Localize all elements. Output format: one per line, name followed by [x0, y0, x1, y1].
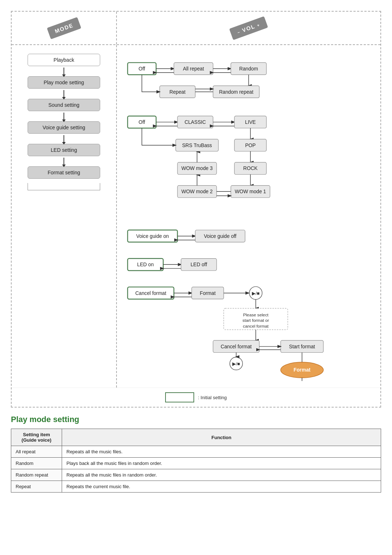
svg-text:WOW mode 2: WOW mode 2 — [181, 189, 213, 194]
table-header-row: Setting item(Guide voice) Function — [11, 429, 381, 446]
arrow-3 — [64, 113, 64, 120]
svg-text:LED on: LED on — [137, 262, 154, 267]
arrow-4 — [64, 135, 64, 142]
section-title: Play mode setting — [11, 415, 381, 424]
table-cell-item: All repeat — [11, 446, 62, 458]
svg-text:Random repeat: Random repeat — [219, 89, 253, 95]
svg-text:Voice guide off: Voice guide off — [204, 234, 237, 239]
play-mode-setting-box: Play mode setting — [28, 76, 100, 89]
vol-button-icon: − VOL + — [229, 16, 268, 40]
table-cell-function: Repeats all the music files in random or… — [62, 469, 381, 481]
vol-plus: + — [256, 23, 261, 28]
svg-text:LIVE: LIVE — [245, 119, 256, 125]
legend-box — [165, 392, 194, 402]
format-setting-box: Format setting — [28, 166, 100, 179]
svg-text:WOW mode 3: WOW mode 3 — [181, 166, 213, 171]
svg-text:Format: Format — [200, 291, 216, 296]
flow-diagram-svg: Off All repeat Random Rand — [121, 50, 377, 381]
mode-button-icon: MODE — [47, 17, 81, 39]
svg-text:Off: Off — [139, 66, 145, 72]
vol-label-text: VOL — [241, 23, 256, 33]
led-setting-box: LED setting — [28, 144, 100, 156]
svg-text:start format or: start format or — [242, 318, 269, 323]
table-row: RepeatRepeats the current music file. — [11, 481, 381, 493]
svg-text:Repeat: Repeat — [170, 89, 185, 95]
sound-setting-box: Sound setting — [28, 99, 100, 111]
arrow-2 — [64, 90, 64, 97]
svg-text:Format: Format — [294, 367, 311, 373]
diagram-legend: : Initial setting — [12, 388, 380, 407]
arrow-5 — [64, 158, 64, 165]
svg-text:POP: POP — [245, 143, 256, 148]
svg-text:SRS TruBass: SRS TruBass — [182, 143, 212, 148]
svg-text:Cancel format: Cancel format — [135, 291, 167, 296]
svg-text:▶/■: ▶/■ — [252, 291, 260, 296]
legend-label: : Initial setting — [198, 395, 227, 400]
svg-text:CLASSIC: CLASSIC — [185, 119, 206, 125]
left-column: Playback Play mode setting Sound setting… — [12, 45, 117, 388]
header-left: MODE — [12, 12, 117, 44]
table-cell-function: Repeats the current music file. — [62, 481, 381, 493]
mode-label-text: MODE — [54, 22, 74, 34]
svg-text:Cancel format: Cancel format — [221, 344, 252, 349]
table-row: Random repeatRepeats all the music files… — [11, 469, 381, 481]
diagram-body: Playback Play mode setting Sound setting… — [12, 45, 380, 388]
play-mode-section: Play mode setting Setting item(Guide voi… — [7, 415, 385, 493]
voice-guide-setting-box: Voice guide setting — [28, 121, 100, 134]
arrow-1 — [64, 68, 64, 75]
table-row: All repeatRepeats all the music files. — [11, 446, 381, 458]
svg-text:Start format: Start format — [289, 344, 315, 349]
table-cell-item: Random — [11, 458, 62, 469]
table-cell-item: Repeat — [11, 481, 62, 493]
svg-text:Off: Off — [139, 119, 145, 125]
svg-text:▶/■: ▶/■ — [232, 361, 240, 366]
svg-text:All repeat: All repeat — [183, 66, 204, 72]
svg-text:WOW mode 1: WOW mode 1 — [235, 189, 266, 194]
svg-text:Random: Random — [239, 66, 258, 72]
vol-minus: − — [237, 29, 241, 35]
svg-text:Please select: Please select — [243, 312, 269, 317]
svg-text:cancel format: cancel format — [243, 324, 269, 328]
header-right: − VOL + — [117, 12, 380, 44]
playback-box: Playback — [28, 54, 100, 66]
setting-table: Setting item(Guide voice) Function All r… — [11, 429, 381, 493]
svg-text:LED off: LED off — [191, 262, 207, 267]
svg-text:ROCK: ROCK — [243, 166, 258, 171]
col1-header: Setting item(Guide voice) — [11, 429, 62, 446]
table-cell-function: Repeats all the music files. — [62, 446, 381, 458]
main-diagram: MODE − VOL + Playback Play mode setting … — [11, 11, 381, 408]
table-cell-function: Plays back all the music files in random… — [62, 458, 381, 469]
col2-header: Function — [62, 429, 381, 446]
bracket-bottom — [28, 183, 100, 190]
table-row: RandomPlays back all the music files in … — [11, 458, 381, 469]
right-column: Off All repeat Random Rand — [117, 45, 380, 388]
svg-text:Voice guide on: Voice guide on — [136, 234, 169, 239]
diagram-header: MODE − VOL + — [12, 12, 380, 45]
table-cell-item: Random repeat — [11, 469, 62, 481]
